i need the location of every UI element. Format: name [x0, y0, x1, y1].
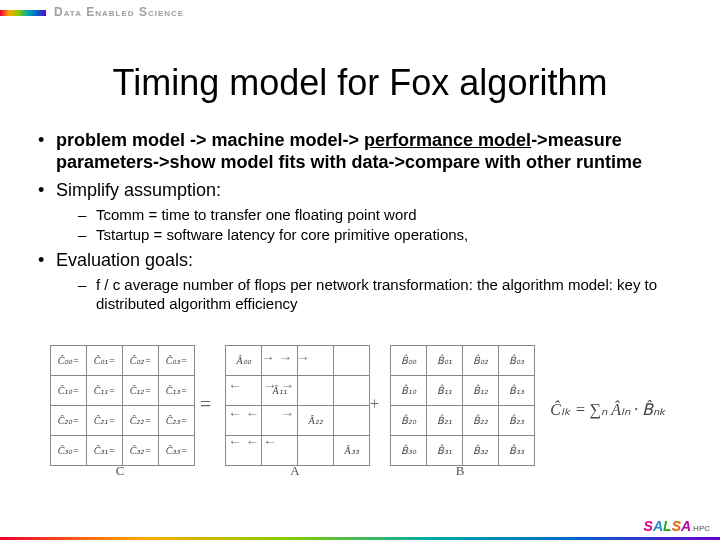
- c-cell: Ĉ₁₀=: [51, 376, 87, 406]
- arrow-icon: → → →: [261, 350, 310, 366]
- b-cell: B̂₀₁: [427, 346, 463, 376]
- arrow-icon: ← → →: [228, 378, 295, 394]
- c-cell: Ĉ₃₂=: [123, 436, 159, 466]
- b-cell: B̂₃₀: [391, 436, 427, 466]
- logo-letter: A: [653, 518, 663, 534]
- c-cell: Ĉ₁₂=: [123, 376, 159, 406]
- rainbow-accent: [0, 10, 46, 16]
- c-cell: Ĉ₀₂=: [123, 346, 159, 376]
- bullet-3-text: Evaluation goals:: [56, 250, 193, 270]
- equals-sign: =: [200, 393, 211, 416]
- c-cell: Ĉ₂₀=: [51, 406, 87, 436]
- logo-letter: A: [681, 518, 691, 534]
- header-bar: Data Enabled Science: [0, 0, 720, 26]
- bullet-3a: f / c average number of flops per networ…: [56, 276, 686, 313]
- b-cell: B̂₀₂: [463, 346, 499, 376]
- bullet-2b: Tstartup = software latency for core pri…: [56, 226, 686, 244]
- b-cell: B̂₃₃: [499, 436, 535, 466]
- matrix-a: Â₀₀ Â₁₁ Â₂₂ Â₃₃ → → → ← → → ← ← → ← ← ←: [225, 345, 370, 466]
- a-cell: Â₃₃: [334, 436, 370, 466]
- c-cell: Ĉ₃₁=: [87, 436, 123, 466]
- b-cell: B̂₃₂: [463, 436, 499, 466]
- c-cell: Ĉ₁₃=: [159, 376, 195, 406]
- b-cell: B̂₁₁: [427, 376, 463, 406]
- brand-text: Data Enabled Science: [54, 5, 184, 19]
- slide: Data Enabled Science Timing model for Fo…: [0, 0, 720, 540]
- c-cell: Ĉ₀₃=: [159, 346, 195, 376]
- matrix-b: B̂₀₀B̂₀₁B̂₀₂B̂₀₃ B̂₁₀B̂₁₁B̂₁₂B̂₁₃ B̂₂₀B̂…: [390, 345, 535, 466]
- b-cell: B̂₂₃: [499, 406, 535, 436]
- b-cell: B̂₂₂: [463, 406, 499, 436]
- a-cell: Â₀₀: [226, 346, 262, 376]
- b-cell: B̂₁₂: [463, 376, 499, 406]
- salsa-logo: SALSAHPC: [644, 518, 710, 534]
- c-cell: Ĉ₁₁=: [87, 376, 123, 406]
- logo-letter: S: [644, 518, 653, 534]
- b-cell: B̂₂₁: [427, 406, 463, 436]
- b-cell: B̂₂₀: [391, 406, 427, 436]
- logo-suffix: HPC: [693, 524, 710, 533]
- b-cell: B̂₁₃: [499, 376, 535, 406]
- c-cell: Ĉ₂₃=: [159, 406, 195, 436]
- bullet-2-text: Simplify assumption:: [56, 180, 221, 200]
- c-cell: Ĉ₂₂=: [123, 406, 159, 436]
- b-cell: B̂₃₁: [427, 436, 463, 466]
- c-cell: Ĉ₃₃=: [159, 436, 195, 466]
- bullet-2a: Tcomm = time to transfer one floating po…: [56, 206, 686, 224]
- bullet-1: problem model -> machine model-> perform…: [34, 130, 686, 174]
- label-b: B: [440, 463, 480, 479]
- c-cell: Ĉ₀₁=: [87, 346, 123, 376]
- arrow-icon: ← ← ←: [228, 434, 277, 450]
- formula: Ĉₗₖ = ∑ₙ Âₗₙ · B̂ₙₖ: [550, 400, 666, 419]
- b-cell: B̂₀₀: [391, 346, 427, 376]
- bullet-1-underline: performance model: [364, 130, 531, 150]
- matrix-c: Ĉ₀₀=Ĉ₀₁=Ĉ₀₂=Ĉ₀₃= Ĉ₁₀=Ĉ₁₁=Ĉ₁₂=Ĉ₁₃= Ĉ₂₀=Ĉ₂…: [50, 345, 195, 466]
- a-cell: Â₂₂: [298, 406, 334, 436]
- label-c: C: [100, 463, 140, 479]
- c-cell: Ĉ₀₀=: [51, 346, 87, 376]
- b-cell: B̂₁₀: [391, 376, 427, 406]
- logo-letter: S: [672, 518, 681, 534]
- bullet-1-lead: problem model -> machine model->: [56, 130, 364, 150]
- bullet-3: Evaluation goals: f / c average number o…: [34, 250, 686, 313]
- b-cell: B̂₀₃: [499, 346, 535, 376]
- plus-sign: +: [370, 395, 379, 413]
- label-a: A: [275, 463, 315, 479]
- logo-letter: L: [663, 518, 672, 534]
- arrow-icon: ← ← →: [228, 406, 295, 422]
- bullet-2: Simplify assumption: Tcomm = time to tra…: [34, 180, 686, 245]
- slide-title: Timing model for Fox algorithm: [0, 62, 720, 104]
- c-cell: Ĉ₃₀=: [51, 436, 87, 466]
- slide-body: problem model -> machine model-> perform…: [34, 130, 686, 319]
- matrix-figure: Ĉ₀₀=Ĉ₀₁=Ĉ₀₂=Ĉ₀₃= Ĉ₁₀=Ĉ₁₁=Ĉ₁₂=Ĉ₁₃= Ĉ₂₀=Ĉ₂…: [50, 345, 670, 500]
- c-cell: Ĉ₂₁=: [87, 406, 123, 436]
